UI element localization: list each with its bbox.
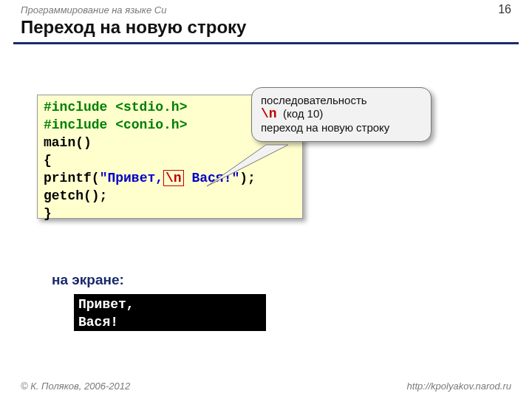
- footer-copyright: © К. Поляков, 2006-2012: [21, 381, 130, 392]
- code-line: printf(: [44, 171, 100, 185]
- callout-bubble: последовательность \n (код 10) переход н…: [251, 87, 432, 142]
- code-line: getch();: [44, 188, 107, 203]
- code-include-2: <conio.h>: [115, 117, 187, 132]
- code-include-1: <stdio.h>: [115, 100, 187, 115]
- console-line: Привет,: [78, 297, 134, 312]
- page-number: 16: [498, 3, 511, 16]
- code-line: #include: [44, 100, 115, 115]
- callout-code-note: (код 10): [283, 107, 323, 120]
- code-line: );: [239, 171, 256, 185]
- callout-line1: последовательность: [261, 94, 422, 106]
- newline-escape: \n: [166, 171, 182, 185]
- code-line: }: [44, 206, 52, 221]
- code-line: #include: [44, 117, 115, 132]
- callout-line3: переход на новую строку: [261, 121, 422, 134]
- callout-nl: \n: [261, 106, 277, 121]
- code-line: {: [44, 153, 52, 168]
- console-line: Вася!: [78, 315, 118, 330]
- code-line: main(): [44, 135, 92, 150]
- console-output: Привет, Вася!: [74, 294, 266, 331]
- course-label: Программирование на языке Си: [0, 0, 532, 16]
- title-rule: [13, 42, 519, 44]
- footer-url: http://kpolyakov.narod.ru: [407, 381, 511, 392]
- on-screen-label: на экране:: [52, 272, 124, 288]
- slide-title: Переход на новую строку: [0, 16, 532, 42]
- string-part: "Привет,: [100, 171, 163, 185]
